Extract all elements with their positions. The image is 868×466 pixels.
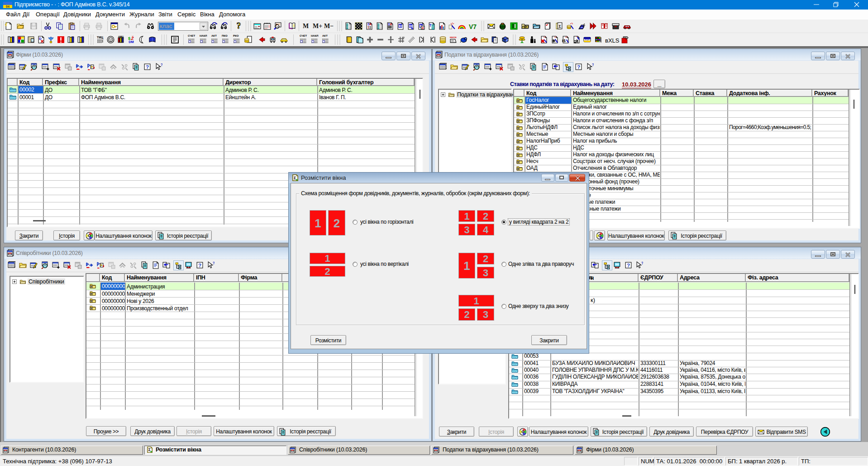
svg-text:04: 04	[6, 5, 10, 8]
